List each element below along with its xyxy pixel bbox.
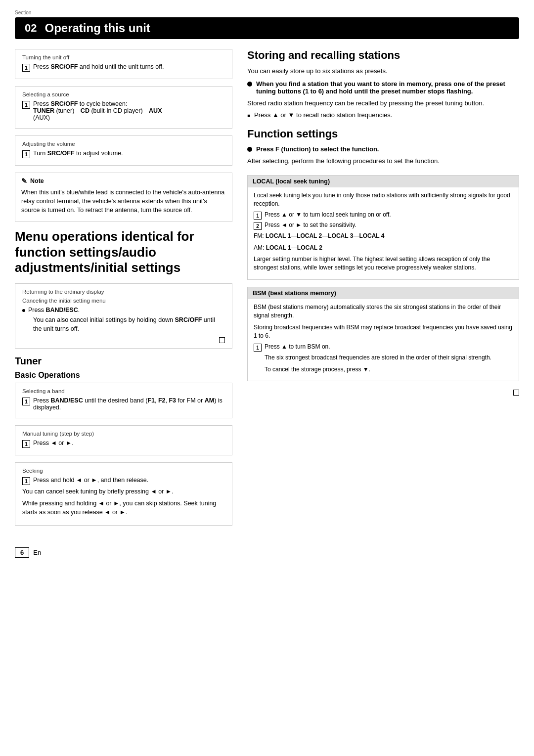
selecting-source-step1: 1 Press SRC/OFF to cycle between: TUNER … — [22, 100, 225, 121]
seeking-box: Seeking 1 Press and hold ◄ or ►, and the… — [15, 462, 232, 525]
returning-sub-text: You can also cancel initial settings by … — [33, 315, 225, 333]
returning-label: Returning to the ordinary display — [22, 289, 225, 295]
bsm-intro: BSM (best stations memory) automatically… — [254, 303, 513, 320]
local-step1-num: 1 — [254, 212, 262, 220]
square-icon-1 — [219, 337, 225, 343]
manual-tuning-step1: 1 Press ◄ or ►. — [22, 440, 225, 448]
local-am-line: AM: LOCAL 1—LOCAL 2 — [254, 244, 513, 252]
note-heading: Note — [30, 178, 44, 184]
bsm-line2: Storing broadcast frequencies with BSM m… — [254, 323, 513, 341]
note-title: ✎ Note — [21, 177, 226, 185]
local-content: Local seek tuning lets you tune in only … — [248, 187, 519, 279]
step-num-1: 1 — [22, 64, 30, 72]
manual-tuning-label: Manual tuning (step by step) — [22, 431, 225, 437]
local-step1: 1 Press ▲ or ▼ to turn local seek tuning… — [254, 211, 513, 220]
seeking-label: Seeking — [22, 468, 225, 474]
turning-off-box: Turning the unit off 1 Press SRC/OFF and… — [15, 49, 232, 79]
bsm-box: BSM (best stations memory) BSM (best sta… — [247, 287, 519, 381]
local-fm-line: FM: LOCAL 1—LOCAL 2—LOCAL 3—LOCAL 4 — [254, 232, 513, 240]
bullet-dot-1 — [22, 309, 25, 312]
seeking-line2: You can cancel seek tuning by briefly pr… — [22, 487, 225, 496]
square-icon-2 — [513, 390, 519, 396]
tuner-heading: Tuner — [15, 356, 232, 367]
local-intro: Local seek tuning lets you tune in only … — [254, 191, 513, 209]
storing-press-text: Press ▲ or ▼ to recall radio station fre… — [254, 111, 392, 119]
manual-tuning-box: Manual tuning (step by step) 1 Press ◄ o… — [15, 425, 232, 455]
storing-press-row: ■ Press ▲ or ▼ to recall radio station f… — [247, 111, 519, 119]
page: Section 02 Operating this unit Turning t… — [0, 0, 534, 756]
adjusting-volume-step1-text: Turn SRC/OFF to adjust volume. — [33, 150, 123, 157]
bsm-header-rest: (best stations memory) — [268, 290, 336, 297]
adjusting-volume-step1: 1 Turn SRC/OFF to adjust volume. — [22, 150, 225, 158]
returning-sub-p: You can also cancel initial settings by … — [33, 315, 225, 333]
section-title: Operating this unit — [44, 21, 150, 35]
storing-recall-text: Stored radio station frequency can be re… — [247, 99, 519, 108]
turning-off-step1-text: Press SRC/OFF and hold until the unit tu… — [33, 63, 164, 70]
note-text: When this unit's blue/white lead is conn… — [21, 188, 226, 215]
bsm-step1-text: Press ▲ to turn BSM on. — [265, 343, 330, 350]
storing-bullet-text: When you find a station that you want to… — [256, 80, 519, 95]
note-box: ✎ Note When this unit's blue/white lead … — [15, 173, 232, 222]
page-number: 6 — [15, 547, 29, 558]
section-header: 02 Operating this unit — [15, 17, 519, 39]
selecting-source-step1-text: Press SRC/OFF to cycle between: TUNER (t… — [33, 100, 162, 121]
seeking-step-num: 1 — [22, 477, 30, 485]
function-after-text: After selecting, perform the following p… — [247, 157, 519, 166]
manual-step1-text: Press ◄ or ►. — [33, 440, 74, 446]
main-content: Turning the unit off 1 Press SRC/OFF and… — [15, 49, 519, 533]
page-footer: 6 En — [15, 547, 519, 558]
section-label: Section — [15, 10, 519, 15]
bsm-sub2-text: To cancel the storage process, press ▼. — [265, 365, 513, 374]
seeking-step1-text: Press and hold ◄ or ►, and then release. — [33, 477, 148, 484]
tuner-section: Tuner Basic Operations Selecting a band … — [15, 356, 232, 525]
left-column: Turning the unit off 1 Press SRC/OFF and… — [15, 49, 232, 533]
band-box: Selecting a band 1 Press BAND/ESC until … — [15, 383, 232, 418]
band-label: Selecting a band — [22, 388, 225, 394]
storing-bullet-dot — [247, 82, 252, 87]
bsm-step1: 1 Press ▲ to turn BSM on. — [254, 343, 513, 352]
manual-step-num: 1 — [22, 440, 30, 448]
returning-bullet-text: Press BAND/ESC. — [28, 307, 80, 313]
note-icon: ✎ — [21, 177, 27, 185]
function-bullet-row: Press F (function) to select the functio… — [247, 145, 519, 153]
selecting-source-label: Selecting a source — [22, 91, 225, 97]
local-box: LOCAL (local seek tuning) Local seek tun… — [247, 175, 519, 280]
storing-intro: You can easily store up to six stations … — [247, 67, 519, 76]
local-header-rest: (local seek tuning) — [275, 178, 330, 185]
returning-box: Returning to the ordinary display Cancel… — [15, 283, 232, 349]
function-bullet-text: Press F (function) to select the functio… — [256, 145, 379, 153]
band-step-num: 1 — [22, 398, 30, 405]
function-section: Function settings Press F (function) to … — [247, 128, 519, 166]
section-number: 02 — [25, 22, 37, 35]
bsm-sub1: The six strongest broadcast frequencies … — [265, 354, 513, 374]
adjusting-volume-label: Adjusting the volume — [22, 141, 225, 147]
bsm-square-container — [247, 388, 519, 396]
local-note: Larger setting number is higher level. T… — [254, 255, 513, 272]
selecting-source-box: Selecting a source 1 Press SRC/OFF to cy… — [15, 86, 232, 129]
local-step2-text: Press ◄ or ► to set the sensitivity. — [265, 222, 356, 228]
storing-bullet-row: When you find a station that you want to… — [247, 80, 519, 95]
turning-off-label: Turning the unit off — [22, 54, 225, 60]
seeking-step1: 1 Press and hold ◄ or ►, and then releas… — [22, 477, 225, 485]
local-step2: 2 Press ◄ or ► to set the sensitivity. — [254, 222, 513, 230]
local-header-bold: LOCAL — [253, 178, 274, 185]
function-heading: Function settings — [247, 128, 519, 140]
storing-section: Storing and recalling stations You can e… — [247, 49, 519, 119]
big-heading: Menu operations identical for function s… — [15, 229, 232, 275]
band-step1: 1 Press BAND/ESC until the desired band … — [22, 397, 225, 411]
local-header: LOCAL (local seek tuning) — [248, 176, 519, 187]
bsm-header-bold: BSM — [253, 290, 267, 297]
step-num-1c: 1 — [22, 150, 30, 158]
function-bullet-dot — [247, 147, 252, 152]
bsm-content: BSM (best stations memory) automatically… — [248, 299, 519, 381]
local-step1-text: Press ▲ or ▼ to turn local seek tuning o… — [265, 211, 391, 218]
storing-press-sq: ■ — [247, 113, 250, 118]
adjusting-volume-box: Adjusting the volume 1 Turn SRC/OFF to a… — [15, 135, 232, 166]
local-step2-num: 2 — [254, 222, 262, 230]
bsm-step1-num: 1 — [254, 344, 262, 352]
bsm-sub1-text: The six strongest broadcast frequencies … — [265, 354, 513, 362]
bsm-header: BSM (best stations memory) — [248, 287, 519, 299]
turning-off-step1: 1 Press SRC/OFF and hold until the unit … — [22, 63, 225, 72]
right-column: Storing and recalling stations You can e… — [247, 49, 519, 533]
storing-heading: Storing and recalling stations — [247, 49, 519, 62]
